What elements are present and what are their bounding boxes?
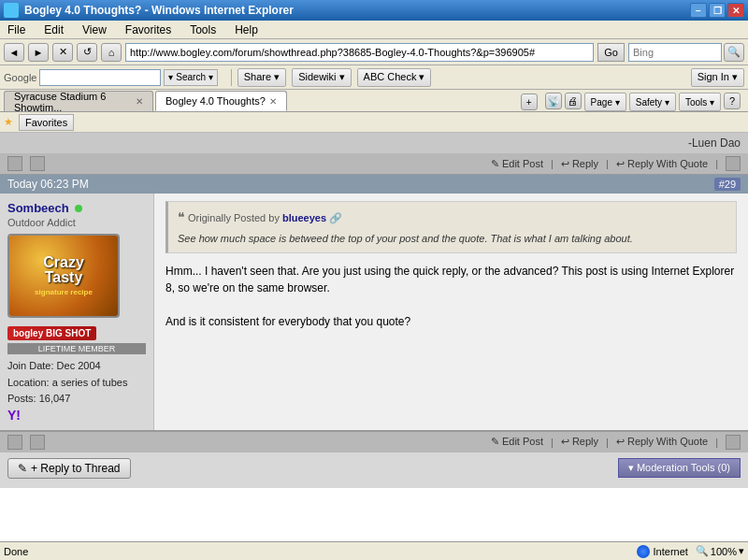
quote-author: blueeyes [282,212,326,223]
bottom-reply-link[interactable]: ↩ Reply [561,436,598,448]
refresh-button[interactable]: ↺ [77,43,97,62]
share-button[interactable]: Share ▾ [237,68,286,87]
check-button[interactable]: ABC Check ▾ [357,68,432,87]
search-box: 🔍 [628,43,744,62]
toolbar-divider-1 [231,69,232,86]
location-label: Location: [7,377,50,388]
reply-to-thread-button[interactable]: ✎ + Reply to Thread [7,458,131,479]
back-button[interactable]: ◄ [4,43,24,62]
top-post-action-bar: ✎ Edit Post | ↩ Reply | ↩ Reply With Quo… [0,153,748,175]
quote-icon: ❝ [178,209,185,224]
rss-icon[interactable]: 📡 [545,93,562,109]
globe-icon [637,545,650,558]
reply-with-quote-link[interactable]: ↩ Reply With Quote [616,158,708,170]
tab-stadium[interactable]: Syracuse Stadium 6 Showtim... ✕ [4,91,153,111]
more-icon[interactable] [726,156,741,171]
main-content[interactable]: -Luen Dao ✎ Edit Post | ↩ Reply | ↩ Repl… [0,133,748,488]
reply-link[interactable]: ↩ Reply [561,158,598,170]
home-button[interactable]: ⌂ [101,43,122,62]
title-bar: Bogley 4.0 Thoughts? - Windows Internet … [0,0,748,21]
sign-in-button[interactable]: Sign In ▾ [691,68,744,87]
forward-button[interactable]: ► [28,43,49,62]
google-label: Google [4,72,36,83]
tab-stadium-close[interactable]: ✕ [136,96,143,107]
location: a series of tubes [52,377,128,388]
menu-tools[interactable]: Tools [186,22,220,38]
favorites-button[interactable]: Favorites [19,114,74,131]
address-bar: ◄ ► ✕ ↺ ⌂ Go 🔍 [0,39,748,65]
post-message: Hmm... I haven't seen that. Are you just… [165,263,737,330]
post-content: ❝ Originally Posted by blueeyes 🔗 See ho… [154,194,748,430]
bottom-more-icon[interactable] [726,435,741,450]
bottom-reply-quote-link[interactable]: ↩ Reply With Quote [616,436,708,448]
lifetime-badge: LIFETIME MEMBER [7,343,146,354]
join-date-label: Join Date: [7,360,54,371]
sidewiki-button[interactable]: Sidewiki ▾ [292,68,351,87]
bogley-badge-wrapper: bogley BIG SHOT LIFETIME MEMBER [7,323,146,354]
bogley-badge: bogley BIG SHOT [7,326,96,340]
favorites-bar: ★ Favorites [0,112,748,133]
search-button[interactable]: 🔍 [724,43,744,62]
menu-file[interactable]: File [4,22,29,38]
zoom-label: 100% [711,546,737,557]
favorites-star-icon: ★ [4,116,13,128]
tab-new-button[interactable]: + [521,93,538,110]
menu-edit[interactable]: Edit [40,22,67,38]
bottom-edit-post-link[interactable]: ✎ Edit Post [491,436,543,448]
address-input[interactable] [125,43,594,62]
flag-icon[interactable] [30,156,45,171]
bottom-flag-icon[interactable] [30,435,45,450]
yahoo-icon[interactable]: Y! [7,408,146,423]
user-details: Join Date: Dec 2004 Location: a series o… [7,358,146,408]
post-body: Sombeech Outdoor Addict Crazy Tasty sign… [0,194,748,431]
username: Sombeech [7,201,69,215]
tab-bogley-label: Bogley 4.0 Thoughts? [165,95,266,107]
print-icon[interactable]: 🖨 [565,93,582,109]
google-search-input[interactable] [39,69,161,86]
zoom-chevron: ▾ [739,545,744,557]
moderation-tools-button[interactable]: ▾ Moderation Tools (0) [618,458,741,478]
minimize-button[interactable]: − [690,3,707,18]
avatar-inner: Crazy Tasty signature recipe [9,236,118,316]
close-button[interactable]: ✕ [727,3,744,18]
status-zoom[interactable]: 🔍 100% ▾ [696,545,744,557]
status-bar: Done Internet 🔍 100% ▾ [0,541,748,560]
page-button[interactable]: Page ▾ [584,93,626,111]
menu-view[interactable]: View [79,22,110,38]
avatar-logo: Crazy [43,255,84,270]
quote-header: ❝ Originally Posted by blueeyes 🔗 [178,208,726,227]
help-icon[interactable]: ? [724,93,741,109]
bottom-report-icon[interactable] [7,435,22,450]
ie-icon [4,3,19,18]
go-button[interactable]: Go [597,43,625,62]
tabs-bar: Syracuse Stadium 6 Showtim... ✕ Bogley 4… [0,90,748,112]
author-name-bar: -Luen Dao [0,133,748,153]
status-zone: Internet [637,545,688,558]
stop-button[interactable]: ✕ [52,43,73,62]
post-timestamp: Today 06:23 PM [7,178,89,191]
quote-box: ❝ Originally Posted by blueeyes 🔗 See ho… [165,201,737,253]
tools-button[interactable]: Tools ▾ [679,93,721,111]
safety-button[interactable]: Safety ▾ [629,93,676,111]
forum-wrapper: -Luen Dao ✎ Edit Post | ↩ Reply | ↩ Repl… [0,133,748,488]
tab-bogley[interactable]: Bogley 4.0 Thoughts? ✕ [155,91,287,111]
menu-help[interactable]: Help [231,22,262,38]
avatar-tagline: signature recipe [35,288,93,296]
report-icon[interactable] [7,156,22,171]
tab-bogley-close[interactable]: ✕ [269,96,277,107]
bottom-action-bar: ✎ Edit Post | ↩ Reply | ↩ Reply With Quo… [0,431,748,452]
zone-label: Internet [654,546,688,557]
avatar-logo2: Tasty [45,270,83,285]
posts-label: Posts: [7,393,36,404]
restore-button[interactable]: ❐ [709,3,726,18]
tab-stadium-label: Syracuse Stadium 6 Showtim... [14,91,132,111]
menu-favorites[interactable]: Favorites [122,22,175,38]
edit-post-link[interactable]: ✎ Edit Post [491,158,543,170]
user-avatar: Crazy Tasty signature recipe [7,234,120,318]
main-toolbar: Google ▾ Search ▾ Share ▾ Sidewiki ▾ ABC… [0,65,748,90]
user-title: Outdoor Addict [7,217,146,228]
search-input[interactable] [628,43,722,62]
google-search-button[interactable]: ▾ Search ▾ [164,69,217,86]
window-title: Bogley 4.0 Thoughts? - Windows Internet … [24,4,294,17]
online-indicator [75,205,82,212]
